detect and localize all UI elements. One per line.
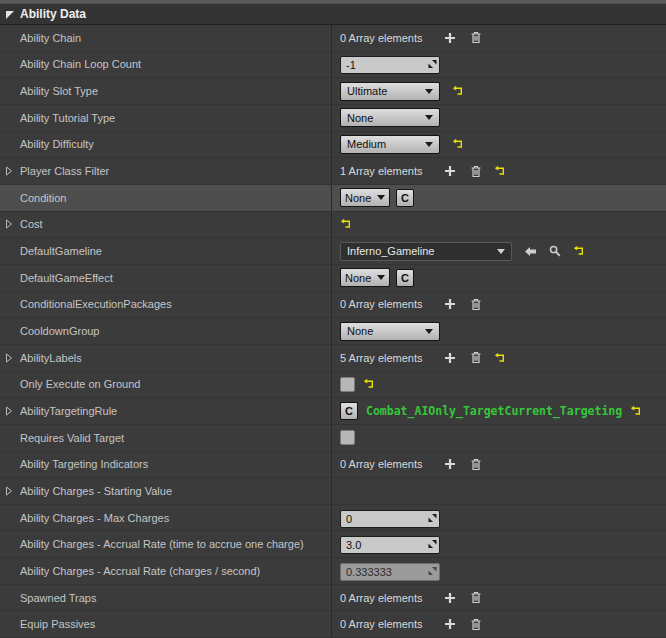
property-label: Ability Chain Loop Count (20, 58, 141, 70)
use-selected-asset-button[interactable] (524, 246, 537, 257)
spin-drag-handle-icon[interactable] (428, 513, 437, 522)
category-header-ability-data[interactable]: Ability Data (0, 3, 666, 25)
add-array-element-button[interactable] (444, 458, 456, 470)
reset-to-default-button[interactable] (340, 218, 352, 230)
add-array-element-button[interactable] (444, 165, 456, 177)
row-ability-charges-max-charges: Ability Charges - Max Charges (0, 505, 666, 532)
property-label: Ability Charges - Accrual Rate (time to … (20, 538, 304, 550)
property-label: DefaultGameEffect (20, 272, 113, 284)
clear-array-button[interactable] (470, 618, 482, 631)
property-label: Ability Difficulty (20, 138, 94, 150)
row-condition[interactable]: Condition None C (0, 185, 666, 212)
row-player-class-filter: Player Class Filter 1 Array elements (0, 158, 666, 185)
reset-to-default-button[interactable] (494, 352, 506, 364)
row-cost: Cost (0, 212, 666, 239)
max-charges-input[interactable] (340, 510, 440, 528)
spin-drag-handle-icon (428, 566, 437, 575)
dropdown-caret-icon (425, 329, 433, 334)
row-ability-chain-loop-count: Ability Chain Loop Count (0, 52, 666, 79)
dropdown-caret-icon (425, 142, 433, 147)
expander-icon[interactable] (5, 353, 13, 363)
only-execute-on-ground-checkbox[interactable] (340, 377, 355, 392)
reset-to-default-button[interactable] (630, 405, 642, 417)
add-array-element-button[interactable] (444, 352, 456, 364)
reset-to-default-button[interactable] (452, 138, 464, 150)
property-label: Only Execute on Ground (20, 378, 140, 390)
dropdown-selected-value: None (345, 272, 371, 284)
reset-to-default-button[interactable] (494, 165, 506, 177)
class-picker-button[interactable]: C (396, 269, 414, 287)
array-elements-count: 0 Array elements (340, 458, 444, 470)
clear-array-button[interactable] (470, 31, 482, 44)
property-label: CooldownGroup (20, 325, 100, 337)
property-label: Condition (20, 192, 66, 204)
row-ability-chain: Ability Chain 0 Array elements (0, 25, 666, 52)
add-array-element-button[interactable] (444, 298, 456, 310)
category-expanded-icon[interactable] (5, 9, 15, 19)
expander-icon[interactable] (5, 486, 13, 496)
property-label: DefaultGameline (20, 245, 102, 257)
property-label: ConditionalExecutionPackages (20, 298, 172, 310)
array-elements-count: 0 Array elements (340, 32, 444, 44)
expander-icon[interactable] (5, 219, 13, 229)
dropdown-caret-icon (497, 249, 505, 254)
property-label: Ability Slot Type (20, 85, 98, 97)
property-label: Ability Charges - Starting Value (20, 485, 172, 497)
row-ability-slot-type: Ability Slot Type Ultimate (0, 78, 666, 105)
clear-array-button[interactable] (470, 165, 482, 178)
browse-to-asset-button[interactable] (549, 245, 561, 257)
clear-array-button[interactable] (470, 298, 482, 311)
class-picker-button[interactable]: C (396, 189, 414, 207)
add-array-element-button[interactable] (444, 32, 456, 44)
row-ability-targeting-indicators: Ability Targeting Indicators 0 Array ele… (0, 452, 666, 479)
requires-valid-target-checkbox[interactable] (340, 430, 355, 445)
reset-to-default-button[interactable] (363, 378, 375, 390)
slot-type-dropdown[interactable]: Ultimate (340, 82, 440, 101)
property-label: AbilityTargetingRule (20, 405, 117, 417)
dropdown-caret-icon (425, 89, 433, 94)
game-effect-class-dropdown[interactable]: None (340, 268, 390, 287)
property-label: Ability Targeting Indicators (20, 458, 148, 470)
expander-icon[interactable] (5, 406, 13, 416)
add-array-element-button[interactable] (444, 592, 456, 604)
difficulty-dropdown[interactable]: Medium (340, 135, 440, 154)
dropdown-caret-icon (377, 195, 385, 200)
property-label: Cost (20, 218, 43, 230)
loop-count-input[interactable] (340, 56, 440, 74)
accrual-time-input[interactable] (340, 536, 440, 554)
array-elements-count: 0 Array elements (340, 592, 444, 604)
property-label: Ability Chain (20, 32, 81, 44)
row-ability-difficulty: Ability Difficulty Medium (0, 132, 666, 159)
row-spawned-traps: Spawned Traps 0 Array elements (0, 585, 666, 612)
condition-class-dropdown[interactable]: None (340, 188, 390, 207)
asset-selected-value: Inferno_Gameline (347, 245, 434, 257)
expander-icon[interactable] (5, 166, 13, 176)
reset-to-default-button[interactable] (573, 245, 585, 257)
cooldown-group-dropdown[interactable]: None (340, 322, 440, 341)
row-only-execute-on-ground: Only Execute on Ground (0, 372, 666, 399)
row-default-gameline: DefaultGameline Inferno_Gameline (0, 238, 666, 265)
property-label: AbilityLabels (20, 352, 82, 364)
array-elements-count: 0 Array elements (340, 618, 444, 630)
dropdown-caret-icon (425, 115, 433, 120)
row-ability-charges-starting-value: Ability Charges - Starting Value (0, 478, 666, 505)
add-array-element-button[interactable] (444, 618, 456, 630)
accrual-rate-readonly-input (340, 563, 440, 581)
details-panel: Ability Data Ability Chain 0 Array eleme… (0, 0, 666, 638)
targeting-rule-class-name: Combat_AIOnly_TargetCurrent_Targeting (366, 404, 622, 418)
tutorial-type-dropdown[interactable]: None (340, 108, 440, 127)
class-picker-button[interactable]: C (340, 402, 358, 420)
row-conditional-execution-packages: ConditionalExecutionPackages 0 Array ele… (0, 292, 666, 319)
array-elements-count: 0 Array elements (340, 298, 444, 310)
clear-array-button[interactable] (470, 591, 482, 604)
gameline-asset-dropdown[interactable]: Inferno_Gameline (340, 242, 512, 261)
dropdown-selected-value: Medium (347, 138, 386, 150)
spin-drag-handle-icon[interactable] (428, 540, 437, 549)
clear-array-button[interactable] (470, 458, 482, 471)
reset-to-default-button[interactable] (452, 85, 464, 97)
row-ability-targeting-rule: AbilityTargetingRule C Combat_AIOnly_Tar… (0, 398, 666, 425)
spin-drag-handle-icon[interactable] (428, 60, 437, 69)
clear-array-button[interactable] (470, 351, 482, 364)
property-label: Requires Valid Target (20, 432, 124, 444)
row-ability-tutorial-type: Ability Tutorial Type None (0, 105, 666, 132)
